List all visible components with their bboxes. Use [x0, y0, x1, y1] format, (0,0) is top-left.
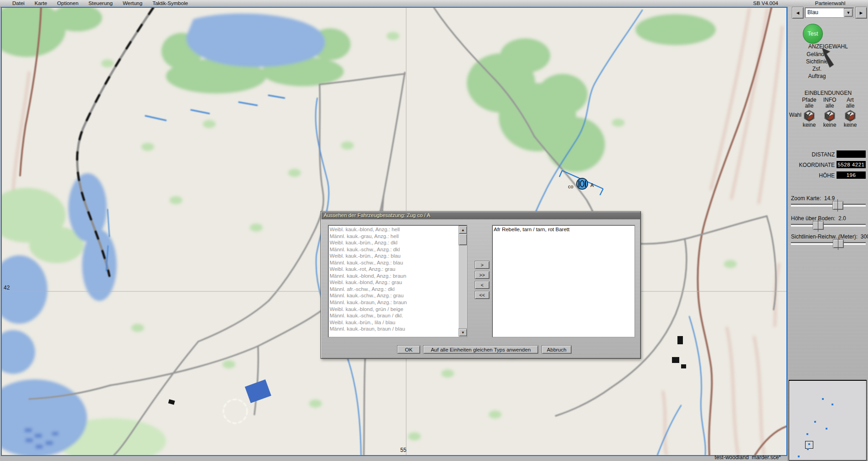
menu-item[interactable]: Karte	[30, 0, 52, 7]
sidebar: ◄ Blau ▼ ► Test ANZEIGEWAHL GeländeSicht…	[787, 7, 868, 461]
koordinate-label: KOORDINATE	[788, 162, 835, 168]
einblendungen-title: EINBLENDUNGEN	[788, 90, 868, 96]
ok-button[interactable]: OK	[397, 345, 420, 354]
crew-option[interactable]: Männl. kauk.-schw., braun / dkl.	[330, 312, 458, 319]
crew-option[interactable]: Männl. kauk.-schw., Anzg.: dkl	[330, 246, 458, 253]
chevron-down-icon[interactable]: ▼	[844, 8, 853, 17]
einblendung-col-info: INFO alle keine	[819, 97, 840, 128]
menu-item[interactable]: Datei	[7, 0, 30, 7]
crew-option[interactable]: Männl. kauk.-blond, Anzg.: braun	[330, 273, 458, 280]
col-state-bottom: keine	[799, 122, 820, 128]
crew-option[interactable]: Männl. kauk.-braun, braun / blau	[330, 326, 458, 332]
available-crew-list[interactable]: Weibl. kauk.-blond, Anzg.: hellMännl. ka…	[328, 225, 467, 337]
party-selection-label: Parteienwahl	[796, 0, 865, 6]
minimap[interactable]	[789, 380, 867, 461]
koordinate-value: 5528 4221	[837, 161, 866, 168]
crew-option[interactable]: Männl. kauk.-schw., Anzg.: grau	[330, 292, 458, 299]
menu-item[interactable]: Steuerung	[83, 0, 118, 7]
selected-crew-list[interactable]: Afr Rebelle, tarn / tarn, rot Barett	[492, 225, 635, 337]
menu-item[interactable]: Taktik-Symbole	[147, 0, 193, 7]
los-range-slider-track[interactable]	[791, 242, 866, 245]
menu-bar: DateiKarteOptionenSteuerungWertungTaktik…	[0, 0, 868, 7]
hoehe-readout: HÖHE 196	[788, 171, 868, 179]
slider-label: Höhe über Boden: 2.0	[791, 215, 846, 222]
minimap-unit-dot	[814, 421, 816, 423]
crew-option[interactable]: Weibl. kauk.-brün., Anzg.: dkl	[330, 239, 458, 246]
zoom-slider-thumb[interactable]	[832, 201, 843, 210]
scenario-file-label: test-woodland marder.sce*	[715, 454, 781, 461]
col-state-bottom: keine	[840, 122, 861, 128]
minimap-unit-dot	[806, 433, 808, 435]
menu-items: DateiKarteOptionenSteuerungWertungTaktik…	[7, 0, 193, 7]
einblendung-col-art: Art alle keine	[840, 97, 861, 128]
minimap-unit-dot	[807, 448, 809, 450]
party-next-button[interactable]: ►	[855, 7, 867, 19]
scroll-down-icon[interactable]: ▼	[459, 328, 467, 337]
crew-option[interactable]: Männl. afr.-schw., Anzg.: dkl	[330, 286, 458, 293]
info-knob[interactable]	[824, 110, 836, 122]
scrollbar-thumb[interactable]	[459, 233, 467, 245]
crew-option[interactable]: Weibl. kauk.-rot, Anzg.: grau	[330, 266, 458, 273]
apply-all-button[interactable]: Auf alle Einheiten gleichen Typs anwende…	[423, 345, 538, 354]
scrollbar[interactable]: ▲ ▼	[459, 226, 466, 337]
anzeigewahl-option[interactable]: Sichtlinie	[788, 58, 846, 65]
eye-height-slider-track[interactable]	[791, 224, 866, 227]
distanz-value	[837, 150, 866, 158]
menu-item[interactable]: Optionen	[52, 0, 83, 7]
transfer-button[interactable]: <<	[475, 291, 490, 299]
party-select[interactable]: Blau ▼	[805, 7, 854, 18]
slider-label: Sichtlinien-Reichw. (Meter): 3009	[791, 233, 868, 240]
distanz-label: DISTANZ	[788, 151, 835, 158]
crew-option[interactable]: Weibl. kauk.-brün., lila / blau	[330, 319, 458, 326]
anzeigewahl-items: GeländeSichtlinieZsf.Auftrag	[788, 51, 846, 80]
selected-crew-option[interactable]: Afr Rebelle, tarn / tarn, rot Barett	[494, 226, 633, 233]
transfer-button[interactable]: >>	[475, 271, 490, 279]
los-range-slider-thumb[interactable]	[833, 239, 844, 248]
party-prev-button[interactable]: ◄	[792, 7, 804, 19]
art-knob[interactable]	[844, 110, 856, 122]
grid-label-42: 42	[4, 285, 10, 291]
unit-label-a: A	[590, 182, 594, 188]
scroll-up-icon[interactable]: ▲	[459, 226, 467, 234]
crew-option[interactable]: Weibl. kauk.-brün., Anzg.: blau	[330, 253, 458, 259]
minimap-unit-dot	[798, 456, 800, 457]
transfer-buttons: >>><<<	[475, 261, 490, 301]
anzeigewahl-option[interactable]: Gelände	[788, 51, 846, 58]
available-crew-items: Weibl. kauk.-blond, Anzg.: hellMännl. ka…	[330, 226, 458, 336]
version-label: SB V4.004	[753, 0, 778, 6]
status-bar: test-woodland marder.sce*	[0, 456, 787, 461]
col-state-top: alle	[799, 103, 820, 109]
pfade-knob[interactable]	[803, 110, 815, 122]
crew-option[interactable]: Weibl. kauk.-blond, grün / beige	[330, 306, 458, 313]
minimap-unit-dot	[822, 398, 824, 400]
minimap-unit-dot	[826, 428, 827, 430]
selected-crew-items: Afr Rebelle, tarn / tarn, rot Barett	[494, 226, 633, 336]
crew-appearance-dialog: Aussehen der Fahrzeugbesatzung: Zug co /…	[320, 211, 641, 359]
eye-height-slider-thumb[interactable]	[813, 221, 824, 230]
anzeigewahl-option[interactable]: Zsf.	[788, 65, 846, 73]
koordinate-readout: KOORDINATE 5528 4221	[788, 161, 868, 168]
mouse-cursor-icon	[822, 47, 835, 68]
crew-option[interactable]: Männl. kauk.-braun, Anzg.: braun	[330, 299, 458, 306]
minimap-unit-dot	[832, 404, 833, 405]
transfer-button[interactable]: <	[475, 281, 490, 289]
transfer-button[interactable]: >	[475, 261, 490, 269]
test-button[interactable]: Test	[803, 24, 823, 44]
menu-item[interactable]: Wertung	[118, 0, 147, 7]
einblendung-col-pfade: Pfade alle keine	[799, 97, 820, 128]
hoehe-value: 196	[837, 171, 866, 179]
crew-option[interactable]: Weibl. kauk.-blond, Anzg.: grau	[330, 279, 458, 286]
app-window: DateiKarteOptionenSteuerungWertungTaktik…	[0, 0, 868, 461]
anzeigewahl-option[interactable]: Auftrag	[788, 73, 846, 80]
grid-label-55: 55	[400, 447, 407, 453]
crew-option[interactable]: Männl. kauk.-schw., Anzg.: blau	[330, 259, 458, 266]
dialog-title: Aussehen der Fahrzeugbesatzung: Zug co /…	[321, 212, 640, 219]
unit-label-co: co	[568, 184, 574, 189]
distanz-readout: DISTANZ	[788, 150, 868, 158]
party-select-value: Blau	[807, 9, 818, 16]
crew-option[interactable]: Weibl. kauk.-blond, Anzg.: hell	[330, 226, 458, 233]
hoehe-label: HÖHE	[788, 172, 835, 179]
cancel-button[interactable]: Abbruch	[542, 345, 572, 354]
crew-option[interactable]: Männl. kauk.-grau, Anzg.: hell	[330, 233, 458, 240]
zoom-slider-track[interactable]	[791, 204, 866, 207]
